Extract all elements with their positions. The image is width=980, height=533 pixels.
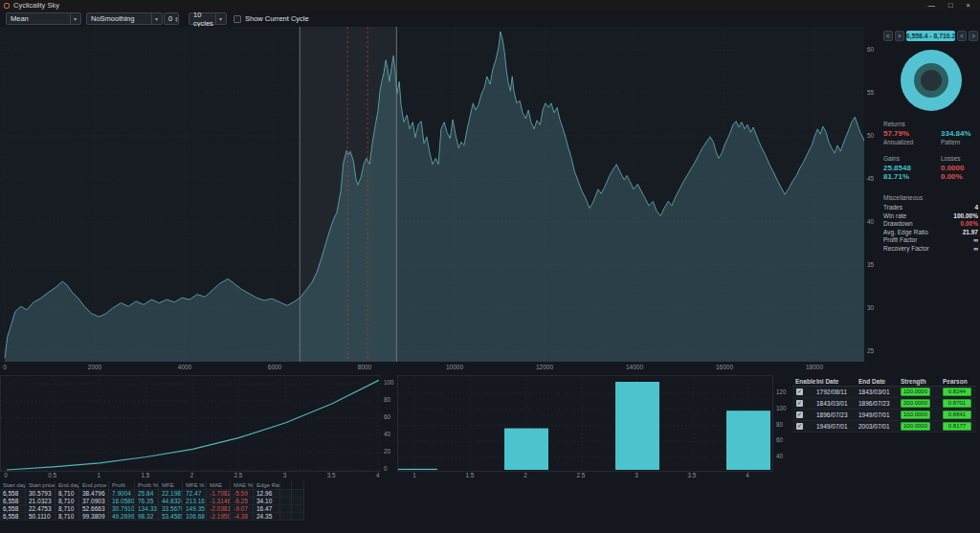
stat-label: Recovery Factor [883,245,929,254]
trade-cell: 30.5793 [26,490,56,497]
annualized-return-value: 57.79% [883,129,941,138]
trade-cell: 49.2699 [109,513,135,520]
pattern-next-outer-button[interactable]: > [895,31,904,41]
trade-cell: 72.47 [183,490,207,497]
trade-cell: 25.84 [135,490,159,497]
axis-tick-label: 3.5 [688,472,697,478]
close-icon[interactable]: × [967,0,970,11]
axis-tick-label: 3 [283,472,287,478]
misc-header: Miscellaneous [883,194,978,201]
pattern-range-badge: 6,558.4 - 8,710.2 [906,31,955,41]
cycle-date: 1896/07/23 [856,400,898,407]
profit-bar[interactable] [615,382,659,470]
trade-cell: -9.07 [231,505,254,512]
trade-row[interactable]: 6,55822.47538,71052.666330.7910134.3333.… [0,505,304,513]
cycle-enable-checkbox[interactable]: ✓ [796,400,803,407]
stat-label: Avg. Edge Ratio [883,229,928,237]
axis-tick-label: 100 [776,405,787,411]
axis-tick-label: 1.5 [466,472,475,478]
cycle-enable-checkbox[interactable]: ✓ [796,389,803,395]
trade-cell: 8,710 [56,505,79,512]
trade-cell [280,505,292,512]
axis-tick-label: 1 [412,472,416,478]
chevron-down-icon: ▾ [70,13,77,24]
cycle-enable-checkbox[interactable]: ✓ [796,411,803,418]
misc-stat-row: Trades4 [883,204,978,212]
axis-tick-label: 60 [384,413,390,420]
axis-tick-label: 45 [867,175,874,182]
trade-cell [280,513,292,520]
cycles-table: EnableIni DateEnd DateStrengthPearson✓17… [792,377,976,433]
pattern-donut-chart [901,50,962,111]
profit-bar[interactable] [398,469,437,470]
cycles-dropdown[interactable]: 10 cycles ▾ [189,12,227,25]
trade-row[interactable]: 6,55821.03238,71037.090316.058076.3544.8… [0,498,304,505]
axis-tick-label: 4 [376,472,380,478]
axis-tick-label: 10000 [446,364,463,370]
trades-table-header: Start dayStart priceEnd dayEnd priceProf… [0,481,304,490]
equity-curve-chart[interactable] [0,375,381,472]
main-chart-y-axis: 2530354045505560 [864,27,881,362]
axis-tick-label: 8000 [358,364,371,370]
pattern-prev-inner-button[interactable]: < [957,31,967,41]
trade-cell [292,498,304,504]
minimize-icon[interactable]: — [928,0,936,11]
mean-dropdown[interactable]: Mean ▾ [6,12,81,25]
column-header: Strength [898,378,940,385]
cycle-row[interactable]: ✓1896/07/231949/07/01100.00000.8841 [792,410,976,421]
axis-tick-label: 25 [867,347,874,354]
profit-bars-chart[interactable] [397,375,773,472]
trade-cell: 30.7910 [109,505,135,512]
maximize-icon[interactable]: □ [948,0,953,11]
green-value-badge: 100.0000 [901,411,930,419]
pattern-next-inner-button[interactable]: > [969,31,978,41]
main-price-chart[interactable] [0,27,864,362]
axis-tick-label: 0.5 [48,472,56,478]
trade-cell: 6,558 [0,505,26,512]
axis-tick-label: 1.5 [141,472,149,478]
column-header: MFE % [183,481,207,489]
profit-bar[interactable] [504,429,548,470]
bars-chart-x-axis: 11.522.533.54 [397,472,773,480]
axis-tick-label: 3 [635,472,638,478]
trade-cell: -6.25 [231,498,254,504]
axis-tick-label: 0 [4,472,8,478]
axis-tick-label: 16000 [716,364,733,370]
trade-cell: -1.7082 [207,490,231,497]
annualized-label: Annualized [883,139,941,145]
smoothing-value-stepper[interactable]: 0 ▴ ▾ [164,12,179,25]
trade-cell: -5.59 [231,490,254,497]
cycle-date: 1792/08/11 [813,389,856,395]
stat-value: 21.97 [963,229,978,237]
trade-cell [280,490,292,497]
spin-down-icon[interactable]: ▾ [175,19,177,22]
pattern-prev-outer-button[interactable]: < [883,31,893,41]
show-current-cycle-checkbox[interactable] [234,15,241,23]
green-value-badge: 0.8177 [943,422,971,431]
column-header: Profit [109,481,135,489]
cycle-row[interactable]: ✓1949/07/012003/07/01100.00000.8177 [792,421,976,433]
show-current-cycle-toggle[interactable]: Show Current Cycle [234,12,309,25]
trade-row[interactable]: 6,55830.57938,71038.47967.900425.8422.19… [0,490,304,498]
smoothing-dropdown[interactable]: NoSmoothing ▾ [86,12,163,25]
trade-cell: 149.35 [183,505,207,512]
cycle-row[interactable]: ✓1843/03/011896/07/23200.00000.8701 [792,398,976,410]
cycle-enable-checkbox[interactable]: ✓ [796,423,803,430]
trade-cell: 6,558 [0,498,26,504]
axis-tick-label: 2000 [88,364,101,370]
pattern-return-value: 334.84% [941,129,978,138]
trade-row[interactable]: 6,55850.11108,71099.380949.269998.3253.4… [0,513,304,521]
cycle-date: 1949/07/01 [813,423,856,430]
losses-header: Losses [941,155,978,162]
green-value-badge: 100.0000 [901,388,930,396]
axis-tick-label: 4000 [178,364,191,370]
stat-label: Trades [883,204,902,212]
profit-bar[interactable] [726,411,770,470]
trade-cell: 134.33 [135,505,159,512]
cycle-row[interactable]: ✓1792/08/111843/03/01100.00000.8244 [792,387,976,398]
equity-chart-x-axis: 00.511.522.533.54 [0,472,383,480]
axis-tick-label: 40 [384,431,390,437]
cycle-date: 1896/07/23 [813,411,856,418]
trade-cell: 8,710 [56,513,79,520]
trade-cell: 22.1987 [159,490,183,497]
